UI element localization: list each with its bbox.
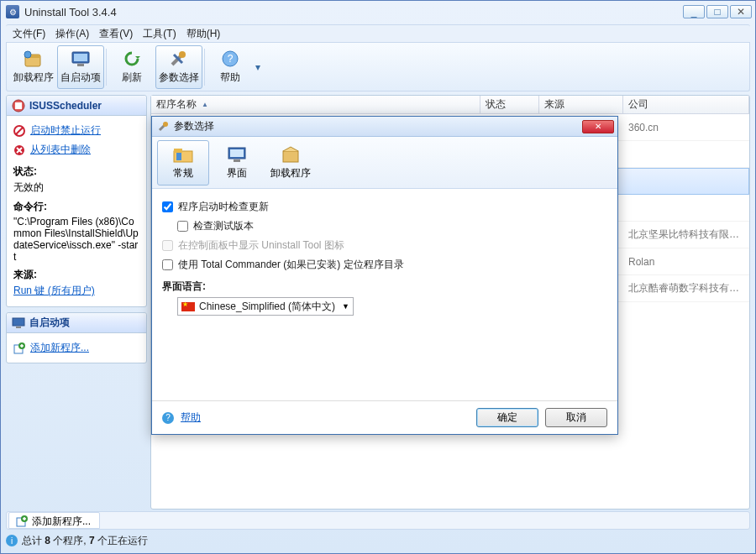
window-title: Uninstall Tool 3.4.4 [24, 6, 678, 18]
tool-prefs[interactable]: 参数选择 [155, 45, 202, 89]
box-icon [279, 144, 302, 165]
info-icon: i [6, 535, 18, 546]
help-icon: ? [218, 49, 242, 69]
svg-rect-23 [176, 153, 181, 160]
language-select[interactable]: Chinese_Simplified (简体中文) ▼ [177, 297, 354, 316]
action-disable[interactable]: 启动时禁止运行 [13, 121, 139, 140]
action-remove[interactable]: 从列表中删除 [13, 140, 139, 159]
close-button[interactable]: ✕ [730, 5, 752, 18]
dialog-title: 参数选择 [174, 119, 577, 133]
svg-text:?: ? [228, 53, 234, 65]
tab-ui[interactable]: 界面 [211, 140, 263, 186]
checkbox-check-updates[interactable]: 程序启动时检查更新 [162, 197, 607, 217]
tab-uninstall[interactable]: 卸载程序 [265, 140, 317, 186]
svg-rect-10 [15, 102, 22, 109]
state-label: 状态: [13, 165, 139, 179]
flag-icon [181, 302, 195, 311]
help-dropdown[interactable]: ▾ [254, 61, 262, 73]
menu-file[interactable]: 文件(F) [13, 27, 45, 41]
separator [106, 49, 107, 86]
checkbox-total-commander[interactable]: 使用 Total Commander (如果已安装) 定位程序目录 [162, 255, 607, 274]
checkbox-control-panel: 在控制面板中显示 Uninstall Tool 图标 [162, 236, 607, 255]
help-small-icon: ? [162, 412, 174, 424]
svg-rect-27 [283, 151, 298, 162]
svg-rect-22 [174, 149, 182, 153]
col-name[interactable]: 程序名称 [151, 96, 480, 113]
svg-point-20 [163, 122, 168, 127]
panel-autorun: 自启动项 添加新程序... [6, 312, 147, 363]
menu-tools[interactable]: 工具(T) [143, 27, 176, 41]
refresh-icon [120, 49, 144, 69]
col-source[interactable]: 来源 [539, 96, 623, 113]
statusbar: i 总计 8 个程序, 7 个正在运行 [6, 531, 750, 550]
tool-autorun[interactable]: 自启动项 [57, 45, 104, 89]
titlebar[interactable]: ⚙ Uninstall Tool 3.4.4 _ □ ✕ [1, 1, 755, 23]
cmd-value: "C:\Program Files (x86)\Common Files\Ins… [13, 216, 139, 263]
preferences-dialog: 参数选择 ✕ 常规 界面 卸载程序 程序启动时检查更新 检查测试版本 在控制面板… [151, 116, 618, 435]
cmd-label: 命令行: [13, 200, 139, 214]
svg-rect-15 [16, 327, 21, 328]
grid-header: 程序名称 状态 来源 公司 [151, 96, 749, 114]
svg-rect-14 [13, 318, 24, 326]
svg-rect-4 [74, 54, 87, 61]
action-add-program[interactable]: 添加新程序... [13, 338, 139, 358]
tool-uninstall[interactable]: 卸载程序 [10, 45, 57, 89]
menu-action[interactable]: 操作(A) [55, 27, 89, 41]
help-link[interactable]: 帮助 [181, 410, 201, 425]
sidebar: ISUSScheduler 启动时禁止运行 从列表中删除 状态: 无效的 命令行… [6, 95, 147, 510]
folder-icon [171, 144, 195, 165]
menu-help[interactable]: 帮助(H) [186, 27, 221, 41]
add-small-icon [16, 515, 28, 527]
separator [204, 49, 205, 86]
monitor-small-icon [12, 317, 25, 329]
svg-rect-26 [234, 159, 240, 162]
panel2-title: 自启动项 [29, 316, 70, 330]
scheduler-icon [12, 99, 25, 112]
app-icon: ⚙ [6, 5, 19, 18]
dialog-titlebar[interactable]: 参数选择 ✕ [152, 117, 617, 137]
display-icon [225, 144, 249, 165]
minimize-button[interactable]: _ [683, 5, 705, 18]
add-icon [13, 342, 25, 354]
svg-point-6 [179, 51, 186, 58]
col-state[interactable]: 状态 [480, 96, 539, 113]
maximize-button[interactable]: □ [706, 5, 728, 18]
wrench-icon [157, 121, 169, 133]
tab-general[interactable]: 常规 [157, 140, 209, 186]
tool-help[interactable]: ? 帮助 [207, 45, 254, 89]
col-company[interactable]: 公司 [623, 96, 749, 113]
language-label: 界面语言: [162, 280, 607, 294]
source-label: 来源: [13, 268, 139, 282]
bottom-tabbar: 添加新程序... [6, 511, 750, 530]
menu-view[interactable]: 查看(V) [99, 27, 133, 41]
dialog-tabs: 常规 界面 卸载程序 [152, 137, 617, 189]
cancel-button[interactable]: 取消 [545, 408, 607, 427]
panel-selected-item: ISUSScheduler 启动时禁止运行 从列表中删除 状态: 无效的 命令行… [6, 95, 147, 307]
delete-icon [13, 144, 25, 156]
monitor-icon [69, 49, 92, 69]
svg-rect-25 [230, 149, 244, 157]
state-value: 无效的 [13, 180, 139, 195]
source-link[interactable]: Run 键 (所有用户) [13, 285, 95, 296]
chevron-down-icon: ▼ [342, 302, 349, 311]
dialog-footer: ? 帮助 确定 取消 [152, 400, 617, 434]
panel-title: ISUSScheduler [29, 100, 102, 112]
tools-icon [167, 49, 191, 69]
tool-refresh[interactable]: 刷新 [108, 45, 155, 89]
svg-rect-5 [77, 64, 84, 66]
menubar: 文件(F) 操作(A) 查看(V) 工具(T) 帮助(H) [6, 24, 750, 43]
forbid-icon [13, 125, 25, 137]
tab-add-program[interactable]: 添加新程序... [8, 512, 100, 529]
svg-point-2 [24, 51, 31, 58]
package-icon [22, 49, 45, 69]
checkbox-check-beta[interactable]: 检查测试版本 [177, 217, 607, 236]
dialog-body: 程序启动时检查更新 检查测试版本 在控制面板中显示 Uninstall Tool… [152, 189, 617, 400]
ok-button[interactable]: 确定 [476, 408, 538, 427]
toolbar: 卸载程序 自启动项 刷新 参数选择 ? 帮助 ▾ [6, 43, 750, 91]
dialog-close-button[interactable]: ✕ [582, 120, 614, 133]
